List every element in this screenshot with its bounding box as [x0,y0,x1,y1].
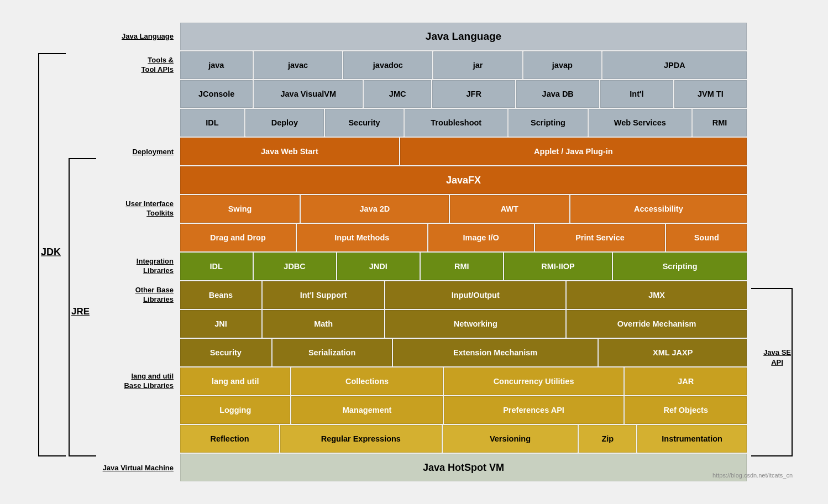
cell-jwebstart: Java Web Start [180,138,399,165]
cell-scripting-int: Scripting [613,253,747,280]
cell-jar-util: JAR [625,368,747,395]
label-integration: IntegrationLibraries [99,253,179,280]
cell-java2d: Java 2D [301,195,449,223]
cell-versioning: Versioning [443,425,578,453]
cell-jdbc: JDBC [254,253,336,280]
cell-serialization: Serialization [272,339,392,366]
cell-math: Math [263,310,385,338]
cell-collections: Collections [291,368,442,395]
cell-javap: javap [523,51,601,79]
cell-jfr: JFR [432,80,515,108]
cell-regex: Regular Expressions [280,425,442,453]
cell-awt: AWT [450,195,569,223]
cell-webservices: Web Services [589,109,691,136]
watermark: https://blog.csdn.net/itcats_cn [712,472,793,479]
cell-reflection: Reflection [180,425,279,453]
cell-xml-jaxp: XML JAXP [599,339,747,366]
cell-rmi-iiop: RMI-IIOP [504,253,612,280]
cell-zip: Zip [579,425,636,453]
cell-override: Override Mechanism [567,310,747,338]
cell-jpda: JPDA [602,51,747,79]
cell-idl-int: IDL [180,253,253,280]
cell-jmx: JMX [567,281,747,309]
cell-jmc: JMC [364,80,431,108]
label-other-base: Other BaseLibraries [99,281,179,309]
java-se-label: Java SEAPI [763,348,791,368]
cell-jndi: JNDI [337,253,420,280]
cell-management: Management [291,396,442,424]
cell-javadb: Java DB [516,80,599,108]
cell-concurrency: Concurrency Utilities [444,368,624,395]
cell-javafx: JavaFX [180,166,747,194]
label-jvm: Java Virtual Machine [99,454,179,481]
cell-jconsole: JConsole [180,80,253,108]
cell-ext-mechanism: Extension Mechanism [393,339,598,366]
cell-rmi-int: RMI [421,253,503,280]
cell-lang-util: lang and util [180,368,290,395]
cell-rmi-tools: RMI [693,109,747,136]
cell-security-base: Security [180,339,271,366]
cell-beans: Beans [180,281,261,309]
cell-sound: Sound [666,224,747,251]
cell-dnd: Drag and Drop [180,224,296,251]
jre-label: JRE [71,305,90,319]
cell-imageio: Image I/O [428,224,534,251]
label-lang-util: lang and utilBase Libraries [99,368,179,395]
cell-java-language: Java Language [180,23,747,50]
jdk-label: JDK [41,245,61,260]
cell-applet: Applet / Java Plug-in [400,138,747,165]
label-ui-toolkits: User InterfaceToolkits [99,195,179,223]
cell-jvmti: JVM TI [674,80,747,108]
cell-instrumentation: Instrumentation [637,425,747,453]
cell-idl-tools: IDL [180,109,244,136]
cell-deploy: Deploy [245,109,324,136]
cell-networking: Networking [385,310,565,338]
cell-inputoutput: Input/Output [385,281,565,309]
label-deployment: Deployment [99,138,179,165]
cell-ref-objects: Ref Objects [625,396,747,424]
cell-java: java [180,51,253,79]
cell-jar: jar [433,51,522,79]
cell-intl: Int'l [600,80,673,108]
cell-javadoc: javadoc [343,51,432,79]
cell-jni: JNI [180,310,261,338]
cell-jvisualvm: Java VisualVM [254,80,363,108]
cell-intl-support: Int'l Support [263,281,385,309]
cell-input-methods: Input Methods [297,224,427,251]
cell-prefs-api: Preferences API [444,396,624,424]
cell-security-tools: Security [325,109,403,136]
cell-scripting-tools: Scripting [509,109,587,136]
label-tools: Tools &Tool APIs [99,51,179,79]
cell-javac: javac [254,51,343,79]
cell-print-service: Print Service [535,224,665,251]
cell-logging: Logging [180,396,290,424]
cell-swing: Swing [180,195,300,223]
cell-troubleshoot: Troubleshoot [405,109,507,136]
cell-hotspot: Java HotSpot VM [180,454,747,481]
label-java-language: Java Language [99,23,179,50]
cell-accessibility: Accessibility [570,195,747,223]
